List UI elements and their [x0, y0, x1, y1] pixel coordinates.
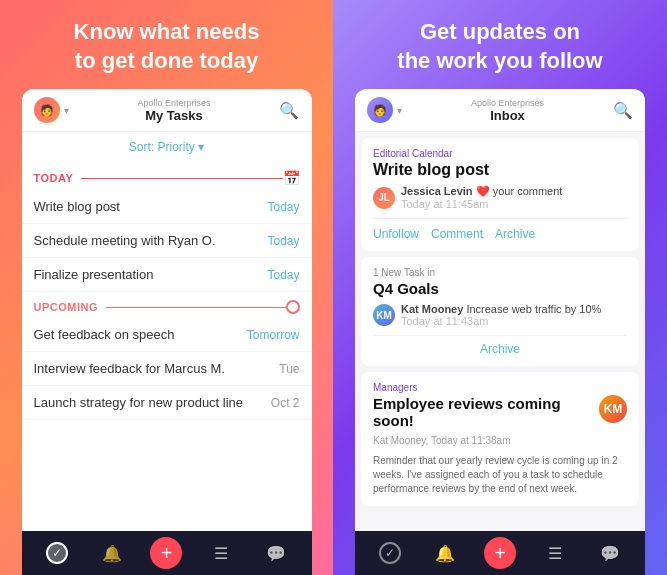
card-user-text: Jessica Levin ❤️ your comment Today at 1… — [401, 185, 562, 210]
card-title: Employee reviews coming soon! — [373, 395, 599, 429]
right-bottom-nav: ✓ 🔔 + ☰ 💬 — [355, 531, 645, 575]
card-user-row: KM Kat Mooney Increase web traffic by 10… — [373, 303, 627, 327]
sort-bar[interactable]: Sort: Priority ▾ — [22, 132, 312, 162]
left-panel: Know what needsto get done today 🧑 ▾ Apo… — [0, 0, 333, 575]
inbox-content: Editorial Calendar Write blog post JL Je… — [355, 132, 645, 531]
task-name: Interview feedback for Marcus M. — [34, 361, 225, 376]
archive-button[interactable]: Archive — [373, 335, 627, 356]
comment-button[interactable]: Comment — [431, 227, 483, 241]
tasks-nav-icon[interactable]: ✓ — [374, 537, 406, 569]
task-date: Today — [267, 268, 299, 282]
task-name: Get feedback on speech — [34, 327, 175, 342]
user-avatar: KM — [373, 304, 395, 326]
sort-label[interactable]: Sort: Priority ▾ — [129, 140, 204, 154]
card-actions: Unfollow Comment Archive — [373, 218, 627, 241]
org-name: Apollo Enterprises — [137, 98, 210, 108]
card-user-row: JL Jessica Levin ❤️ your comment Today a… — [373, 185, 627, 210]
manager-body-text: Reminder that our yearly review cycle is… — [373, 454, 627, 496]
task-date: Oct 2 — [271, 396, 300, 410]
upcoming-section-header: UPCOMING — [22, 292, 312, 318]
left-header: Know what needsto get done today — [44, 0, 290, 89]
notifications-nav-icon[interactable]: 🔔 — [429, 537, 461, 569]
nav-left-group[interactable]: 🧑 ▾ — [34, 97, 69, 123]
archive-button[interactable]: Archive — [495, 227, 535, 241]
check-icon: ✓ — [46, 542, 68, 564]
nav-center-group: Apollo Enterprises Inbox — [471, 98, 544, 123]
right-header: Get updates onthe work you follow — [367, 0, 632, 89]
task-name: Schedule meeting with Ryan O. — [34, 233, 216, 248]
card-title: Write blog post — [373, 161, 627, 179]
org-name: Apollo Enterprises — [471, 98, 544, 108]
chevron-down-icon: ▾ — [64, 105, 69, 116]
task-row[interactable]: Interview feedback for Marcus M. Tue — [22, 352, 312, 386]
card-category: Managers — [373, 382, 627, 393]
task-name: Write blog post — [34, 199, 120, 214]
tasks-nav-icon[interactable]: ✓ — [41, 537, 73, 569]
inbox-card-goals[interactable]: 1 New Task in Q4 Goals KM Kat Mooney Inc… — [361, 257, 639, 366]
task-date: Tue — [279, 362, 299, 376]
search-icon[interactable]: 🔍 — [279, 101, 299, 120]
upcoming-label: UPCOMING — [34, 301, 99, 313]
right-nav-bar: 🧑 ▾ Apollo Enterprises Inbox 🔍 — [355, 89, 645, 132]
chevron-down-icon: ▾ — [397, 105, 402, 116]
manager-meta: Kat Mooney, Today at 11:38am — [373, 435, 599, 446]
card-title: Q4 Goals — [373, 280, 627, 297]
today-label: TODAY — [34, 172, 74, 184]
inbox-card-manager[interactable]: Managers Employee reviews coming soon! K… — [361, 372, 639, 506]
task-name: Launch strategy for new product line — [34, 395, 244, 410]
chat-nav-icon[interactable]: 💬 — [260, 537, 292, 569]
list-nav-icon[interactable]: ☰ — [205, 537, 237, 569]
task-row[interactable]: Launch strategy for new product line Oct… — [22, 386, 312, 420]
task-date: Tomorrow — [247, 328, 300, 342]
user-avatar: JL — [373, 187, 395, 209]
task-row[interactable]: Get feedback on speech Tomorrow — [22, 318, 312, 352]
left-bottom-nav: ✓ 🔔 + ☰ 💬 — [22, 531, 312, 575]
task-date: Today — [267, 200, 299, 214]
card-category: Editorial Calendar — [373, 148, 627, 159]
avatar: 🧑 — [367, 97, 393, 123]
page-title: My Tasks — [137, 108, 210, 123]
task-row[interactable]: Write blog post Today — [22, 190, 312, 224]
calendar-icon: 📅 — [283, 170, 300, 186]
right-phone-frame: 🧑 ▾ Apollo Enterprises Inbox 🔍 Editorial… — [355, 89, 645, 575]
search-icon[interactable]: 🔍 — [613, 101, 633, 120]
add-button[interactable]: + — [484, 537, 516, 569]
add-button[interactable]: + — [150, 537, 182, 569]
task-row[interactable]: Schedule meeting with Ryan O. Today — [22, 224, 312, 258]
page-title: Inbox — [471, 108, 544, 123]
check-icon: ✓ — [379, 542, 401, 564]
list-nav-icon[interactable]: ☰ — [539, 537, 571, 569]
task-name: Finalize presentation — [34, 267, 154, 282]
left-phone-frame: 🧑 ▾ Apollo Enterprises My Tasks 🔍 Sort: … — [22, 89, 312, 575]
unfollow-button[interactable]: Unfollow — [373, 227, 419, 241]
task-row[interactable]: Finalize presentation Today — [22, 258, 312, 292]
inbox-card-blog[interactable]: Editorial Calendar Write blog post JL Je… — [361, 138, 639, 251]
nav-left-group[interactable]: 🧑 ▾ — [367, 97, 402, 123]
task-list: TODAY 📅 Write blog post Today Schedule m… — [22, 162, 312, 531]
today-section-header: TODAY 📅 — [22, 162, 312, 190]
avatar: 🧑 — [34, 97, 60, 123]
upcoming-divider — [106, 307, 286, 308]
right-panel: Get updates onthe work you follow 🧑 ▾ Ap… — [333, 0, 667, 575]
notifications-nav-icon[interactable]: 🔔 — [96, 537, 128, 569]
today-divider — [81, 178, 282, 179]
task-date: Today — [267, 234, 299, 248]
manager-avatar: KM — [599, 395, 627, 423]
manager-header-row: Employee reviews coming soon! Kat Mooney… — [373, 395, 627, 450]
new-task-label: 1 New Task in — [373, 267, 627, 278]
upcoming-circle-icon — [286, 300, 300, 314]
card-user-text: Kat Mooney Increase web traffic by 10% T… — [401, 303, 601, 327]
nav-center-group: Apollo Enterprises My Tasks — [137, 98, 210, 123]
chat-nav-icon[interactable]: 💬 — [594, 537, 626, 569]
left-nav-bar: 🧑 ▾ Apollo Enterprises My Tasks 🔍 — [22, 89, 312, 132]
